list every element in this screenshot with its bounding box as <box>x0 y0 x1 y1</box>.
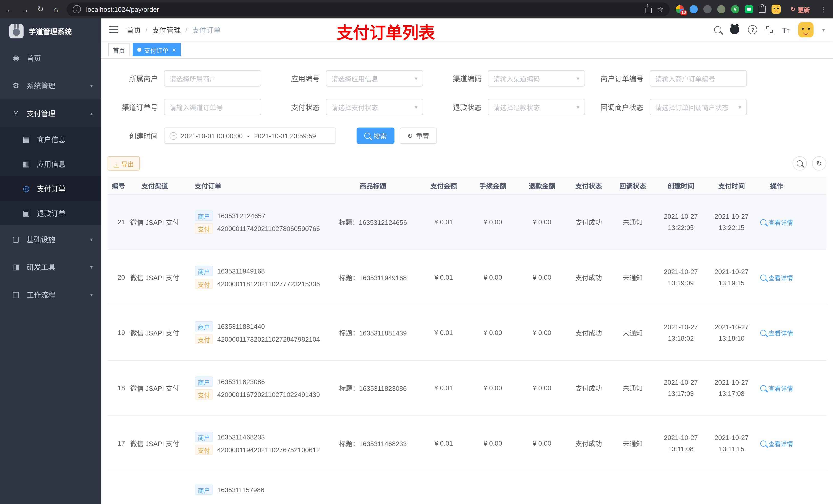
sidebar-item-system[interactable]: ⚙ 系统管理 ▾ <box>0 72 101 99</box>
download-icon <box>114 160 119 166</box>
font-size-icon[interactable]: TT <box>782 26 789 33</box>
view-detail-link[interactable]: 查看详情 <box>756 328 797 337</box>
goods-title: 标题：1635311881439 <box>327 328 419 338</box>
extension-icon[interactable] <box>704 5 712 13</box>
export-button[interactable]: 导出 <box>108 156 140 171</box>
pay-order-cell: 商户 1635311881440 支付 42000011732021102728… <box>185 318 327 347</box>
view-detail-link[interactable]: 查看详情 <box>756 384 797 392</box>
yen-icon: ¥ <box>10 109 22 118</box>
grid-icon: ▦ <box>21 159 32 169</box>
share-icon[interactable] <box>645 8 652 13</box>
user-avatar[interactable] <box>798 22 813 38</box>
github-icon[interactable] <box>730 25 739 34</box>
app-logo[interactable]: 芋道管理系统 <box>0 19 101 44</box>
forward-icon[interactable]: → <box>21 5 30 14</box>
profile-avatar[interactable] <box>771 5 781 14</box>
filter-label: 应用编号 <box>269 73 326 83</box>
sidebar-item-payment[interactable]: ¥ 支付管理 ▴ <box>0 99 101 127</box>
chevron-down-icon: ▾ <box>577 104 579 111</box>
sidebar-item-workflow[interactable]: ◫ 工作流程 ▾ <box>0 281 101 308</box>
vue-devtools-icon[interactable]: V <box>731 5 739 13</box>
sidebar-item-pay-order[interactable]: ◎ 支付订单 <box>0 176 101 201</box>
search-icon[interactable] <box>714 26 721 33</box>
create-time: 2021-10-27 13:22:05 <box>655 211 707 233</box>
fullscreen-icon[interactable] <box>766 26 773 33</box>
site-info-icon[interactable] <box>73 5 81 13</box>
browser-menu-icon[interactable]: ⋮ <box>820 5 827 13</box>
pay-time: 2021-10-27 13:19:15 <box>707 266 756 288</box>
channel-code-select[interactable]: 请输入渠道编码▾ <box>488 70 585 87</box>
refresh-icon[interactable]: ↻ <box>36 5 45 14</box>
chevron-down-icon: ▾ <box>90 236 93 242</box>
view-detail-link[interactable]: 查看详情 <box>756 273 797 282</box>
sidebar-toggle-icon[interactable] <box>109 26 118 33</box>
notify-status-select[interactable]: 请选择订单回调商户状态▾ <box>649 99 747 115</box>
table-body: 21 微信 JSAPI 支付 商户 1635312124657 支付 42000… <box>108 195 826 471</box>
notify-status: 未通知 <box>611 438 655 448</box>
sidebar-item-home[interactable]: ◉ 首页 <box>0 44 101 72</box>
sidebar-item-merchant-info[interactable]: ▤ 商户信息 <box>0 127 101 152</box>
date-start[interactable]: 2021-10-01 00:00:00 <box>181 132 243 140</box>
back-icon[interactable]: ← <box>5 5 14 14</box>
fee-amount: ¥ 0.00 <box>468 439 518 447</box>
url-text[interactable]: localhost:1024/pay/order <box>86 5 640 13</box>
pay-time: 2021-10-27 13:22:15 <box>707 211 756 233</box>
pay-amount: ¥ 0.01 <box>419 273 468 281</box>
topbar: 首页 / 支付管理 / 支付订单 支付订单列表 TT ▾ <box>101 19 833 41</box>
filter-label: 所属商户 <box>108 73 164 83</box>
chrome-update-button[interactable]: ↻更新 <box>786 3 814 15</box>
sidebar-item-app-info[interactable]: ▦ 应用信息 <box>0 152 101 176</box>
help-icon[interactable] <box>748 25 757 34</box>
extensions-area: 10 V ↻更新 ⋮ <box>676 3 828 15</box>
pay-order-table: 编号 支付渠道 支付订单 商品标题 支付金额 手续金额 退款金额 支付状态 回调… <box>108 177 826 504</box>
bookmark-star-icon[interactable]: ☆ <box>657 5 663 13</box>
sidebar-item-refund-order[interactable]: ▣ 退款订单 <box>0 201 101 225</box>
breadcrumb-current: 支付订单 <box>192 25 221 35</box>
pay-status-select[interactable]: 请选择支付状态▾ <box>326 99 423 115</box>
channel-order-no-input[interactable]: 请输入渠道订单号 <box>164 99 261 115</box>
goods-title: 标题：1635311823086 <box>327 383 419 393</box>
extensions-puzzle-icon[interactable] <box>759 6 766 13</box>
date-end[interactable]: 2021-10-31 23:59:59 <box>254 132 316 140</box>
chevron-down-icon[interactable]: ▾ <box>822 27 825 32</box>
close-icon[interactable]: × <box>172 46 176 53</box>
url-bar[interactable]: localhost:1024/pay/order ☆ <box>67 2 670 16</box>
merchant-tag: 商户 <box>195 377 213 387</box>
pay-status: 支付成功 <box>567 383 611 393</box>
filter-label: 渠道编码 <box>431 73 488 83</box>
order-id: 20 <box>108 273 125 281</box>
refund-status-select[interactable]: 请选择退款状态▾ <box>488 99 585 115</box>
create-time-range-picker[interactable]: 2021-10-01 00:00:00 - 2021-10-31 23:59:5… <box>164 127 336 144</box>
toggle-search-button[interactable] <box>792 156 807 171</box>
extension-icon[interactable]: 10 <box>676 5 684 13</box>
merchant-order-no-input[interactable]: 请输入商户订单编号 <box>649 70 747 87</box>
view-detail-link[interactable]: 查看详情 <box>756 218 797 226</box>
tab-home[interactable]: 首页 <box>108 43 129 56</box>
breadcrumb-payment[interactable]: 支付管理 <box>152 25 181 35</box>
refresh-table-button[interactable]: ↻ <box>812 156 826 171</box>
wechat-devtools-icon[interactable] <box>745 5 753 13</box>
home-icon[interactable]: ⌂ <box>51 5 61 14</box>
merchant-tag: 商户 <box>195 432 213 442</box>
magnifier-icon <box>760 440 766 447</box>
tags-view: 首页 支付订单 × <box>101 41 833 59</box>
view-detail-link[interactable]: 查看详情 <box>756 439 797 448</box>
table-row: 21 微信 JSAPI 支付 商户 1635312124657 支付 42000… <box>108 195 826 250</box>
extension-badge: 10 <box>680 10 687 15</box>
pay-time: 2021-10-27 13:17:08 <box>707 377 756 399</box>
chevron-down-icon: ▾ <box>90 292 93 297</box>
search-button[interactable]: 搜索 <box>357 127 395 144</box>
app-id-select[interactable]: 请选择应用信息▾ <box>326 70 423 87</box>
tab-pay-order[interactable]: 支付订单 × <box>133 43 181 56</box>
reset-button[interactable]: ↻重置 <box>400 127 437 144</box>
chevron-down-icon: ▾ <box>90 264 93 270</box>
fee-amount: ¥ 0.00 <box>468 273 518 281</box>
sidebar-item-dev-tools[interactable]: ◨ 研发工具 ▾ <box>0 253 101 281</box>
filter-label: 支付状态 <box>269 102 326 112</box>
merchant-order-no: 1635312124657 <box>217 212 265 219</box>
breadcrumb-home[interactable]: 首页 <box>126 25 141 35</box>
merchant-input[interactable]: 请选择所属商户 <box>164 70 261 87</box>
sidebar-item-infrastructure[interactable]: ▢ 基础设施 ▾ <box>0 225 101 253</box>
extension-icon[interactable] <box>690 5 698 13</box>
extension-icon[interactable] <box>717 5 725 13</box>
